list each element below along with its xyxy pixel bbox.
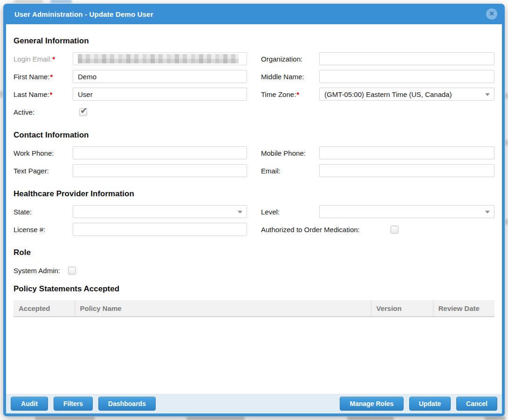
background-fragment <box>50 0 72 3</box>
time-zone-value: (GMT-05:00) Eastern Time (US, Canada) <box>324 90 452 98</box>
user-administration-dialog: User Administration - Update Demo User ✕… <box>3 4 505 416</box>
dialog-body: General Information Login Email:* First … <box>6 24 502 413</box>
active-row: Active: <box>14 105 247 118</box>
redacted-email-value <box>78 54 239 63</box>
license-input[interactable] <box>73 223 247 236</box>
last-name-label: Last Name:* <box>14 90 73 98</box>
background-fragment <box>0 91 2 97</box>
policy-statements-table: Accepted Policy Name Version Review Date <box>14 300 494 317</box>
dialog-header[interactable]: User Administration - Update Demo User ✕ <box>6 4 502 24</box>
first-name-label: First Name:* <box>14 73 73 81</box>
column-header-review-date[interactable]: Review Date <box>433 300 494 317</box>
last-name-input[interactable] <box>73 88 247 101</box>
column-header-accepted[interactable]: Accepted <box>14 300 75 317</box>
required-asterisk: * <box>50 90 53 98</box>
background-fragment <box>14 0 43 2</box>
work-phone-input[interactable] <box>73 146 247 159</box>
dashboards-button[interactable]: Dashboards <box>98 397 156 411</box>
contact-information-grid: Work Phone: Text Pager: Mobile Phone: Em… <box>14 146 494 182</box>
mobile-phone-input[interactable] <box>319 146 494 159</box>
contact-email-label: Email: <box>261 167 319 175</box>
update-button[interactable]: Update <box>409 397 451 411</box>
audit-button[interactable]: Audit <box>11 397 48 411</box>
middle-name-label: Middle Name: <box>261 73 319 81</box>
column-header-version[interactable]: Version <box>371 300 433 317</box>
cancel-button[interactable]: Cancel <box>456 397 497 411</box>
healthcare-provider-grid: State: License #: Level: <box>14 205 494 241</box>
background-fragment <box>506 140 508 145</box>
active-label: Active: <box>14 108 73 116</box>
contact-information-heading: Contact Information <box>14 131 494 140</box>
background-fragment <box>347 417 394 420</box>
first-name-row: First Name:* <box>14 70 247 83</box>
authorized-row: Authorized to Order Medication: <box>261 223 494 236</box>
healthcare-provider-heading: Healthcare Provider Information <box>14 189 494 199</box>
role-heading: Role <box>14 248 494 257</box>
close-icon: ✕ <box>489 10 494 17</box>
level-row: Level: <box>261 205 494 218</box>
last-name-row: Last Name:* <box>14 88 247 101</box>
state-select[interactable] <box>73 205 247 218</box>
middle-name-input[interactable] <box>319 70 494 83</box>
organization-label: Organization: <box>261 55 319 63</box>
first-name-input[interactable] <box>73 70 247 83</box>
organization-input[interactable] <box>319 52 494 65</box>
system-admin-row: System Admin: <box>14 264 494 277</box>
text-pager-input[interactable] <box>73 164 247 177</box>
background-fragment <box>506 93 508 99</box>
system-admin-label: System Admin: <box>14 267 68 275</box>
background-fragment <box>35 417 95 420</box>
login-email-row: Login Email:* <box>14 52 247 65</box>
authorized-medication-checkbox[interactable] <box>391 226 398 234</box>
background-fragment <box>485 417 506 420</box>
policy-statements-heading: Policy Statements Accepted <box>14 284 494 294</box>
login-email-label: Login Email:* <box>14 55 73 63</box>
background-fragment <box>506 219 508 225</box>
form-area: General Information Login Email:* First … <box>6 24 502 394</box>
text-pager-row: Text Pager: <box>14 164 247 177</box>
chevron-down-icon <box>485 93 490 96</box>
table-header-row: Accepted Policy Name Version Review Date <box>14 300 494 317</box>
dialog-footer: Audit Filters Dashboards Manage Roles Up… <box>6 394 502 413</box>
required-asterisk: * <box>50 73 53 81</box>
mobile-phone-row: Mobile Phone: <box>261 146 494 159</box>
time-zone-row: Time Zone:* (GMT-05:00) Eastern Time (US… <box>261 88 494 101</box>
level-select[interactable] <box>319 205 494 218</box>
time-zone-select[interactable]: (GMT-05:00) Eastern Time (US, Canada) <box>319 88 494 101</box>
required-asterisk: * <box>296 90 299 98</box>
middle-name-row: Middle Name: <box>261 70 494 83</box>
license-row: License #: <box>14 223 247 236</box>
chevron-down-icon <box>238 211 242 213</box>
work-phone-label: Work Phone: <box>14 149 73 157</box>
filters-button[interactable]: Filters <box>54 397 93 411</box>
column-header-policy-name[interactable]: Policy Name <box>75 300 371 317</box>
organization-row: Organization: <box>261 52 494 65</box>
login-email-field <box>73 52 247 65</box>
general-information-grid: Login Email:* First Name:* Last Name:* <box>14 52 494 123</box>
state-label: State: <box>14 208 73 216</box>
background-fragment <box>186 417 245 420</box>
contact-email-input[interactable] <box>319 164 494 177</box>
required-asterisk: * <box>53 55 55 63</box>
general-information-heading: General Information <box>14 36 494 46</box>
chevron-down-icon <box>485 211 490 213</box>
state-row: State: <box>14 205 247 218</box>
authorized-medication-label: Authorized to Order Medication: <box>261 226 391 234</box>
license-label: License #: <box>14 226 73 234</box>
dialog-title: User Administration - Update Demo User <box>14 10 153 18</box>
close-button[interactable]: ✕ <box>486 8 497 20</box>
system-admin-checkbox[interactable] <box>68 267 76 275</box>
level-label: Level: <box>261 208 319 216</box>
manage-roles-button[interactable]: Manage Roles <box>340 397 403 411</box>
active-checkbox[interactable] <box>79 108 87 116</box>
time-zone-label: Time Zone:* <box>261 90 319 98</box>
work-phone-row: Work Phone: <box>14 146 247 159</box>
mobile-phone-label: Mobile Phone: <box>261 149 319 157</box>
text-pager-label: Text Pager: <box>14 167 73 175</box>
contact-email-row: Email: <box>261 164 494 177</box>
